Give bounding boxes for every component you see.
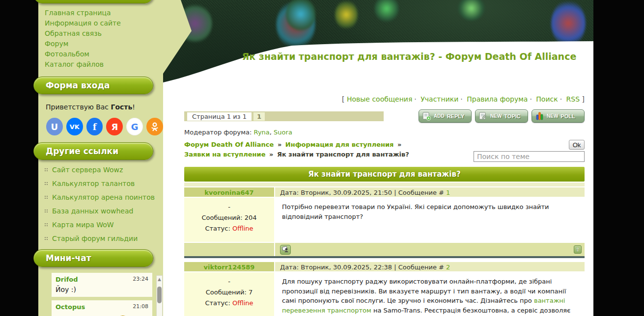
button-label: REPLY bbox=[447, 113, 465, 119]
chat-text: Йоу :) bbox=[56, 286, 76, 293]
chat-username[interactable]: Drifod bbox=[56, 276, 78, 283]
breadcrumb: Форум Death Of Alliance » Информация для… bbox=[184, 140, 420, 162]
page-number-1[interactable]: 1 bbox=[253, 112, 265, 121]
user-status-value: Offline bbox=[232, 299, 253, 307]
link-label: Калькулятор арена поинтов bbox=[52, 193, 155, 201]
topic-search-input[interactable] bbox=[474, 151, 585, 162]
page-title: Як знайти транспорт для вантажів? - Фору… bbox=[227, 51, 591, 62]
post-date-line: Дата: Вторник, 30.09.2025, 22:38 | Сообщ… bbox=[275, 262, 450, 271]
user-status-label: Статус: bbox=[205, 225, 230, 232]
yandex-login-icon[interactable]: Я bbox=[106, 118, 123, 135]
button-label: NEW bbox=[490, 113, 502, 119]
menu-item-feedback[interactable]: Обратная связь bbox=[45, 28, 163, 39]
link-item-talent-calc[interactable]: Калькулятор талантов bbox=[44, 180, 163, 187]
new-poll-button[interactable]: NEWPOLL bbox=[532, 109, 585, 123]
greeting-username: Гость bbox=[111, 103, 133, 111]
link-item-wowhead[interactable]: База данных wowhead bbox=[44, 207, 163, 215]
pagination-bar: Страница 1 из 1 1 bbox=[184, 111, 384, 121]
button-label: TOPIC bbox=[504, 113, 520, 119]
breadcrumb-separator: » bbox=[278, 141, 281, 148]
scroll-thumb[interactable] bbox=[157, 287, 162, 303]
footer-spacer bbox=[184, 243, 275, 256]
topic-toolbar: Страница 1 из 1 1 ADDREPLY bbox=[184, 109, 585, 123]
post-date-line: Дата: Вторник, 30.09.2025, 21:50 | Сообщ… bbox=[275, 187, 450, 197]
post-footer: ⇧ bbox=[184, 243, 585, 256]
main-content: Як знайти транспорт для вантажів? - Фору… bbox=[163, 0, 593, 316]
post-author[interactable]: kvoronina647 bbox=[184, 187, 275, 197]
chat-scrollbar[interactable]: ▲ bbox=[156, 275, 163, 316]
post-author[interactable]: viktorr124589 bbox=[184, 262, 275, 271]
add-reply-button[interactable]: ADDREPLY bbox=[419, 109, 472, 123]
link-forum-rules[interactable]: Правила форума bbox=[467, 95, 528, 103]
ok-person-icon bbox=[150, 122, 160, 132]
link-label: Карта мира WoW bbox=[52, 221, 114, 229]
message-number-link[interactable]: 1 bbox=[446, 189, 450, 196]
chat-time: 23:24 bbox=[133, 276, 148, 283]
link-item-wow-map[interactable]: Карта мира WoW bbox=[44, 221, 163, 229]
bracket: ] bbox=[582, 95, 585, 103]
separator: · bbox=[560, 95, 562, 103]
separator: · bbox=[414, 95, 416, 103]
breadcrumb-row: Форум Death Of Alliance » Информация для… bbox=[184, 140, 585, 162]
link-item-old-forum[interactable]: Старый форум гильдии bbox=[44, 235, 163, 242]
breadcrumb-section[interactable]: Информация для вступления bbox=[285, 141, 394, 148]
link-search[interactable]: Поиск bbox=[536, 95, 558, 103]
profile-message-icon[interactable] bbox=[280, 245, 291, 255]
other-links-header: Другие ссылки bbox=[33, 142, 153, 160]
post-date-text: Дата: Вторник, 30.09.2025, 22:38 | Сообщ… bbox=[280, 263, 444, 271]
link-members[interactable]: Участники bbox=[420, 95, 458, 103]
menu-item-photoalbum[interactable]: Фотоальбом bbox=[45, 49, 163, 59]
button-label: POLL bbox=[560, 113, 575, 119]
other-links-list: Сайт сервера Wowz Калькулятор талантов К… bbox=[38, 160, 163, 242]
topic-search: Ok bbox=[474, 140, 585, 162]
scroll-up-icon[interactable]: ▲ bbox=[157, 276, 162, 283]
greeting-suffix: ! bbox=[132, 103, 135, 111]
message-text: Для пошуку транспорту раджу використовув… bbox=[282, 278, 566, 304]
user-status-value: Offline bbox=[232, 225, 253, 232]
new-topic-icon bbox=[478, 112, 488, 121]
google-login-icon[interactable]: G bbox=[126, 118, 143, 135]
banner-curve-shape bbox=[163, 0, 593, 83]
greeting-prefix: Приветствую Вас bbox=[46, 103, 111, 111]
header-banner-image: Як знайти транспорт для вантажів? - Фору… bbox=[163, 0, 593, 83]
post-message: Для пошуку транспорту раджу використовув… bbox=[275, 272, 585, 316]
site-menu: Главная страница Информация о сайте Обра… bbox=[38, 0, 163, 70]
separator: · bbox=[530, 95, 532, 103]
new-topic-button[interactable]: NEWTOPIC bbox=[475, 109, 528, 123]
user-post-count: Сообщений: 204 bbox=[186, 212, 272, 223]
separator: · bbox=[460, 95, 462, 103]
facebook-login-icon[interactable]: f bbox=[86, 118, 103, 135]
bullet-icon bbox=[44, 195, 48, 199]
bullet-icon bbox=[44, 237, 48, 240]
link-label: Старый форум гильдии bbox=[52, 235, 138, 242]
link-label: Калькулятор талантов bbox=[52, 180, 135, 187]
scroll-to-top-icon[interactable]: ⇧ bbox=[574, 245, 582, 254]
uid-login-icon[interactable]: U bbox=[46, 118, 63, 135]
post-message: Потрібно перевезти товари по Україні. Як… bbox=[275, 198, 585, 242]
link-item-arena-calc[interactable]: Калькулятор арена поинтов bbox=[44, 193, 163, 201]
minichat-header: Мини-чат bbox=[33, 249, 153, 267]
sidebar: Главная страница Информация о сайте Обра… bbox=[38, 0, 163, 316]
sidebar-menu-header bbox=[33, 0, 153, 3]
link-label: Сайт сервера Wowz bbox=[52, 166, 123, 174]
vk-login-icon[interactable]: VK bbox=[66, 118, 83, 135]
link-item-wowz[interactable]: Сайт сервера Wowz bbox=[44, 166, 163, 174]
chat-username[interactable]: Octopus bbox=[56, 303, 85, 311]
action-buttons: ADDREPLY NEWTOPIC bbox=[419, 109, 585, 123]
moderator-suora[interactable]: Suora bbox=[274, 129, 292, 136]
breadcrumb-subsection[interactable]: Заявки на вступление bbox=[184, 151, 266, 158]
minichat: Drifod 23:24 Йоу :) Octopus 21:08 Люди в… bbox=[52, 273, 163, 316]
link-label: База данных wowhead bbox=[52, 207, 133, 215]
user-signature-dash: - bbox=[186, 276, 272, 287]
message-number-link[interactable]: 2 bbox=[446, 263, 450, 271]
menu-item-site-info[interactable]: Информация о сайте bbox=[45, 18, 163, 28]
link-rss[interactable]: RSS bbox=[566, 95, 580, 103]
odnoklassniki-login-icon[interactable] bbox=[146, 118, 163, 135]
moderator-ryna[interactable]: Ryna bbox=[254, 129, 270, 136]
link-new-messages[interactable]: Новые сообщения bbox=[347, 95, 412, 103]
search-ok-button[interactable]: Ok bbox=[569, 140, 585, 150]
menu-item-home[interactable]: Главная страница bbox=[45, 8, 163, 18]
menu-item-file-catalog[interactable]: Каталог файлов bbox=[45, 59, 163, 70]
breadcrumb-forum-root[interactable]: Форум Death Of Alliance bbox=[184, 141, 274, 148]
menu-item-forum[interactable]: Форум bbox=[45, 39, 163, 49]
